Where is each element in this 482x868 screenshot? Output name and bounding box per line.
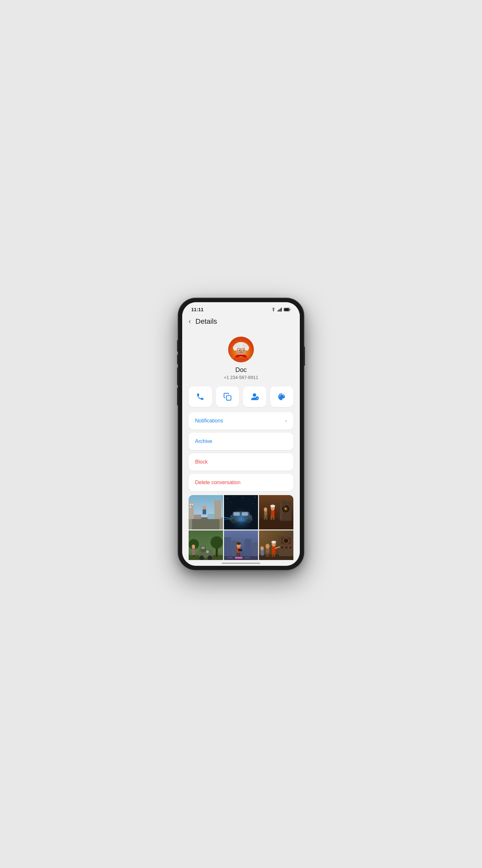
delete-label: Delete conversation — [195, 479, 240, 486]
photo-grid — [189, 495, 293, 560]
svg-rect-2 — [280, 309, 281, 311]
svg-point-68 — [264, 507, 267, 512]
svg-point-20 — [243, 349, 244, 351]
svg-rect-58 — [242, 512, 248, 516]
delete-menu-item[interactable]: Delete conversation — [189, 474, 293, 491]
home-indicator — [182, 560, 300, 566]
svg-point-16 — [242, 343, 248, 348]
notifications-label: Notifications — [195, 418, 223, 424]
chevron-right-icon: › — [285, 418, 287, 424]
svg-point-120 — [266, 544, 270, 549]
page-title: Details — [195, 317, 217, 326]
scroll-content[interactable]: Doc +1 234-567-8911 — [182, 330, 300, 560]
svg-rect-88 — [201, 547, 205, 549]
phone-icon — [196, 393, 204, 401]
svg-point-21 — [239, 350, 240, 350]
svg-rect-29 — [192, 517, 220, 529]
svg-rect-57 — [234, 512, 240, 516]
palette-icon — [278, 393, 286, 401]
svg-rect-38 — [190, 504, 191, 505]
svg-point-114 — [281, 546, 284, 549]
svg-point-115 — [285, 546, 288, 549]
svg-point-125 — [271, 541, 276, 544]
svg-point-85 — [207, 556, 213, 560]
svg-rect-69 — [264, 515, 265, 520]
svg-rect-122 — [268, 553, 269, 557]
svg-rect-31 — [194, 515, 201, 519]
theme-button[interactable] — [270, 386, 294, 407]
contact-name: Doc — [235, 366, 247, 374]
svg-point-19 — [239, 349, 240, 351]
svg-rect-104 — [235, 557, 242, 558]
action-buttons-row: + — [182, 385, 300, 412]
svg-point-66 — [285, 507, 287, 509]
svg-rect-81 — [216, 548, 218, 557]
svg-rect-1 — [279, 309, 280, 311]
photo-3[interactable] — [259, 495, 293, 529]
signal-icon — [278, 308, 282, 311]
phone-screen: 11:11 — [182, 302, 300, 566]
svg-rect-37 — [214, 500, 221, 519]
avatar-section: Doc +1 234-567-8911 — [182, 330, 300, 385]
svg-rect-35 — [205, 509, 206, 515]
svg-rect-24 — [227, 396, 231, 400]
wifi-icon — [271, 308, 276, 311]
svg-rect-64 — [280, 502, 282, 519]
photo-1[interactable] — [189, 495, 223, 529]
photo-2[interactable] — [224, 495, 258, 529]
svg-rect-126 — [272, 553, 273, 557]
notifications-menu-item[interactable]: Notifications › — [189, 412, 293, 430]
person-icon: + — [250, 393, 259, 401]
svg-rect-33 — [203, 506, 206, 509]
svg-rect-121 — [266, 553, 267, 557]
svg-point-89 — [206, 550, 209, 553]
block-menu-item[interactable]: Block — [189, 453, 293, 471]
svg-point-15 — [234, 343, 240, 348]
home-bar — [222, 563, 260, 564]
back-button[interactable]: ‹ — [189, 317, 193, 326]
copy-button[interactable] — [216, 386, 239, 407]
svg-point-23 — [240, 351, 242, 352]
archive-label: Archive — [195, 438, 212, 444]
svg-point-107 — [240, 549, 242, 551]
svg-rect-86 — [192, 548, 195, 555]
svg-rect-102 — [236, 553, 238, 557]
header: ‹ Details — [182, 314, 300, 330]
status-bar: 11:11 — [182, 302, 300, 314]
svg-rect-103 — [239, 553, 240, 557]
svg-rect-40 — [190, 506, 191, 507]
copy-icon — [223, 393, 232, 401]
avatar-image — [228, 337, 254, 362]
svg-text:+: + — [256, 397, 258, 400]
svg-rect-0 — [278, 310, 279, 311]
svg-rect-98 — [245, 557, 250, 558]
svg-point-87 — [192, 544, 195, 549]
svg-point-116 — [289, 546, 292, 549]
svg-point-84 — [199, 556, 204, 560]
phone-device: 11:11 — [178, 298, 304, 570]
menu-section: Notifications › Archive Block Delete con… — [182, 412, 300, 491]
avatar — [228, 337, 254, 362]
status-icons — [271, 308, 291, 311]
photo-4[interactable] — [189, 530, 223, 560]
svg-rect-3 — [281, 308, 282, 311]
svg-point-80 — [211, 536, 223, 549]
svg-rect-34 — [203, 509, 204, 515]
svg-rect-54 — [224, 495, 258, 529]
svg-rect-127 — [274, 553, 275, 557]
svg-point-106 — [238, 549, 240, 551]
svg-rect-65 — [284, 500, 285, 509]
block-label: Block — [195, 459, 207, 465]
photo-6[interactable] — [259, 530, 293, 560]
photo-5[interactable] — [224, 530, 258, 560]
contact-button[interactable]: + — [243, 386, 266, 407]
svg-point-113 — [284, 539, 288, 542]
svg-rect-75 — [273, 515, 275, 520]
call-button[interactable] — [189, 386, 212, 407]
svg-rect-74 — [271, 515, 272, 520]
svg-rect-39 — [192, 504, 193, 505]
svg-point-73 — [270, 505, 276, 507]
svg-rect-70 — [266, 515, 267, 520]
archive-menu-item[interactable]: Archive — [189, 433, 293, 450]
svg-rect-96 — [227, 557, 232, 558]
